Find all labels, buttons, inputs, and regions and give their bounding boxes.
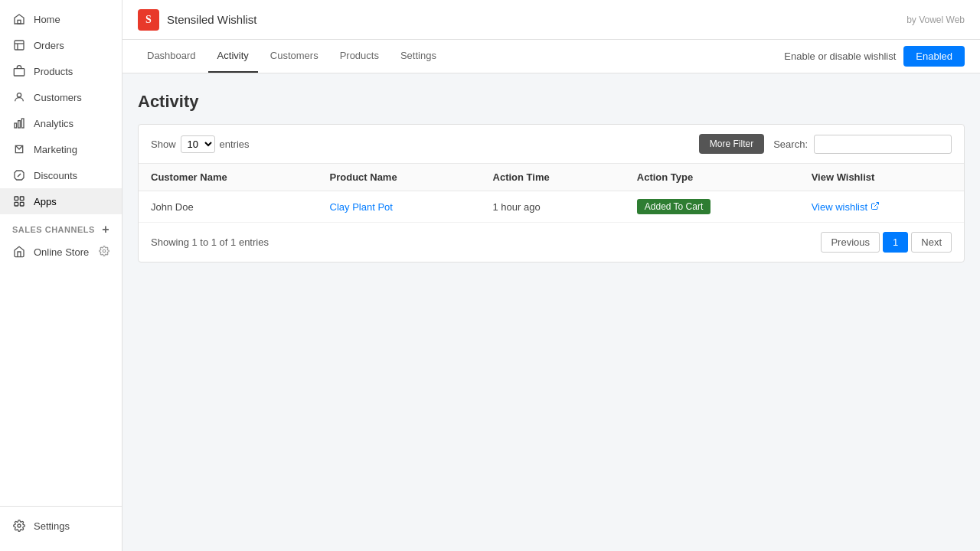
- svg-rect-13: [20, 202, 24, 206]
- svg-rect-4: [14, 69, 24, 76]
- col-view-wishlist: View Wishlist: [799, 164, 964, 191]
- col-customer-name: Customer Name: [139, 164, 318, 191]
- search-area: Search:: [773, 135, 952, 154]
- app-title: Stensiled Wishlist: [167, 13, 257, 26]
- customers-icon: [12, 90, 26, 104]
- sidebar-bottom: Settings: [0, 506, 122, 551]
- sidebar-item-marketing-label: Marketing: [34, 144, 77, 155]
- sidebar-item-apps[interactable]: Apps: [0, 188, 122, 214]
- col-action-type: Action Type: [625, 164, 799, 191]
- sidebar-item-online-store[interactable]: Online Store: [0, 239, 122, 265]
- customer-name-cell: John Doe: [139, 191, 318, 223]
- more-filter-button[interactable]: More Filter: [699, 134, 764, 154]
- view-wishlist-cell: View wishlist: [799, 191, 964, 223]
- sidebar-item-home[interactable]: Home: [0, 6, 122, 32]
- sidebar-item-orders-label: Orders: [34, 40, 64, 51]
- entries-select[interactable]: 10 25 50: [181, 135, 215, 153]
- sidebar-item-customers-label: Customers: [34, 92, 82, 103]
- next-button[interactable]: Next: [911, 232, 952, 253]
- col-product-name: Product Name: [318, 164, 481, 191]
- col-action-time: Action Time: [481, 164, 625, 191]
- page-title: Activity: [138, 92, 965, 112]
- view-wishlist-text: View wishlist: [812, 201, 867, 213]
- table-card: Show 10 25 50 entries More Filter Search…: [138, 124, 965, 262]
- search-input[interactable]: [814, 135, 952, 154]
- tab-activity[interactable]: Activity: [208, 40, 258, 73]
- sidebar: Home Orders Products Customers Analytics: [0, 0, 122, 551]
- page-1-button[interactable]: 1: [883, 232, 908, 253]
- sidebar-item-discounts-label: Discounts: [34, 170, 77, 181]
- table-row: John Doe Clay Plant Pot 1 hour ago Added…: [139, 191, 964, 223]
- tab-products[interactable]: Products: [331, 40, 388, 73]
- tab-dashboard[interactable]: Dashboard: [138, 40, 205, 73]
- previous-button[interactable]: Previous: [821, 232, 880, 253]
- svg-rect-11: [20, 197, 24, 201]
- svg-rect-12: [15, 202, 18, 206]
- action-type-cell: Added To Cart: [625, 191, 799, 223]
- enabled-button[interactable]: Enabled: [903, 46, 965, 67]
- tabs-bar: Dashboard Activity Customers Products Se…: [122, 40, 980, 73]
- sidebar-item-online-store-label: Online Store: [34, 246, 89, 258]
- sales-channels-header: SALES CHANNELS +: [0, 214, 122, 239]
- svg-line-16: [874, 202, 879, 207]
- sidebar-item-analytics-label: Analytics: [34, 118, 74, 129]
- external-link-icon: [871, 201, 880, 213]
- app-header-right: by Vowel Web: [906, 15, 965, 25]
- app-header-left: S Stensiled Wishlist: [138, 9, 257, 31]
- table-controls-top: Show 10 25 50 entries More Filter Search…: [139, 125, 964, 163]
- sidebar-item-orders[interactable]: Orders: [0, 32, 122, 58]
- app-logo: S: [138, 9, 159, 31]
- sidebar-item-products[interactable]: Products: [0, 58, 122, 84]
- online-store-icon: [12, 245, 26, 259]
- sidebar-item-products-label: Products: [34, 66, 73, 77]
- product-name-cell: Clay Plant Pot: [318, 191, 481, 223]
- svg-rect-7: [18, 121, 21, 128]
- search-label: Search:: [773, 139, 808, 150]
- show-entries: Show 10 25 50 entries: [151, 135, 250, 153]
- sales-channels-label: SALES CHANNELS: [12, 225, 95, 234]
- enable-label: Enable or disable wishlist: [784, 51, 896, 62]
- svg-line-9: [18, 174, 21, 177]
- entries-label: entries: [220, 139, 250, 150]
- sidebar-item-customers[interactable]: Customers: [0, 84, 122, 110]
- pagination: Previous 1 Next: [821, 232, 952, 253]
- sidebar-item-home-label: Home: [34, 14, 60, 25]
- svg-rect-6: [15, 123, 17, 128]
- app-header: S Stensiled Wishlist by Vowel Web: [122, 0, 980, 40]
- analytics-icon: [12, 116, 26, 130]
- tabs-list: Dashboard Activity Customers Products Se…: [138, 40, 446, 73]
- sidebar-item-settings[interactable]: Settings: [0, 513, 122, 539]
- logo-letter: S: [145, 14, 152, 26]
- home-icon: [12, 12, 26, 26]
- settings-icon: [12, 519, 26, 533]
- svg-point-15: [18, 524, 21, 527]
- add-sales-channel-icon[interactable]: +: [102, 223, 109, 236]
- product-link[interactable]: Clay Plant Pot: [330, 201, 393, 213]
- svg-point-14: [103, 249, 106, 253]
- tab-settings[interactable]: Settings: [391, 40, 446, 73]
- enable-toggle-area: Enable or disable wishlist Enabled: [784, 46, 965, 67]
- svg-rect-0: [18, 20, 21, 24]
- sidebar-item-marketing[interactable]: Marketing: [0, 136, 122, 162]
- online-store-settings-icon[interactable]: [99, 246, 109, 259]
- svg-point-5: [17, 93, 21, 97]
- tab-customers[interactable]: Customers: [261, 40, 328, 73]
- activity-table: Customer Name Product Name Action Time A…: [139, 163, 964, 223]
- orders-icon: [12, 38, 26, 52]
- svg-rect-8: [21, 119, 24, 128]
- main-content: S Stensiled Wishlist by Vowel Web Dashbo…: [122, 0, 980, 551]
- showing-text: Showing 1 to 1 of 1 entries: [151, 236, 269, 248]
- marketing-icon: [12, 142, 26, 156]
- apps-icon: [12, 194, 26, 208]
- sidebar-nav: Home Orders Products Customers Analytics: [0, 0, 122, 506]
- show-label: Show: [151, 139, 176, 150]
- view-wishlist-link[interactable]: View wishlist: [812, 201, 952, 213]
- table-footer: Showing 1 to 1 of 1 entries Previous 1 N…: [139, 223, 964, 262]
- sidebar-item-analytics[interactable]: Analytics: [0, 110, 122, 136]
- sidebar-item-settings-label: Settings: [34, 520, 70, 532]
- page-content: Activity Show 10 25 50 entries More Filt…: [122, 73, 980, 551]
- svg-rect-1: [15, 41, 24, 50]
- discounts-icon: [12, 168, 26, 182]
- action-type-badge: Added To Cart: [637, 199, 711, 214]
- sidebar-item-discounts[interactable]: Discounts: [0, 162, 122, 188]
